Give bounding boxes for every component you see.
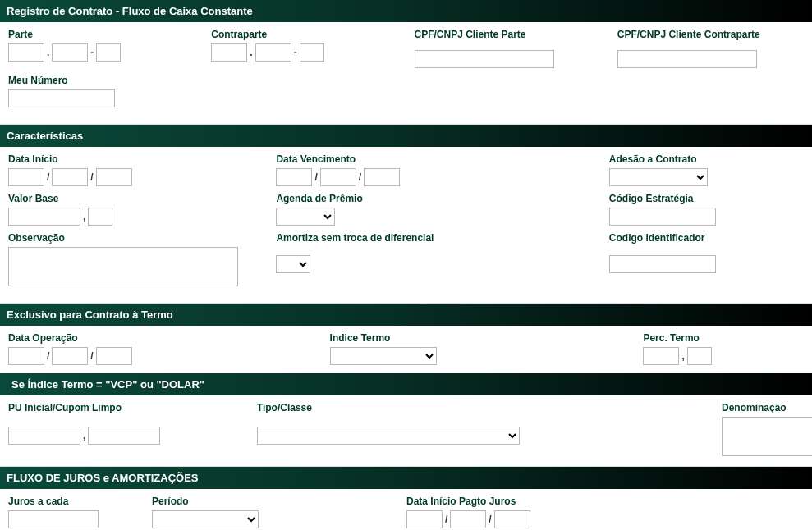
- label-denominacao: Denominação: [722, 402, 804, 413]
- label-data-operacao: Data Operação: [8, 332, 314, 344]
- denominacao-box[interactable]: [722, 417, 812, 456]
- parte-p2[interactable]: [52, 43, 88, 62]
- valor-base-int[interactable]: [8, 208, 80, 226]
- sep-slash: /: [314, 171, 317, 183]
- label-data-venc: Data Vencimento: [276, 153, 592, 165]
- label-codigo-ident: Codigo Identificador: [609, 232, 804, 244]
- data-operacao-y[interactable]: [96, 347, 132, 365]
- pu-inicial-dec[interactable]: [88, 427, 160, 445]
- label-juros-cada-1: Juros a cada: [8, 496, 135, 507]
- label-contraparte: Contraparte: [211, 29, 397, 40]
- agenda-premio-select[interactable]: [276, 208, 335, 226]
- sep-slash: /: [90, 171, 93, 183]
- codigo-ident-input[interactable]: [609, 255, 716, 273]
- sep-dot: .: [250, 47, 252, 58]
- data-inicio-m[interactable]: [52, 168, 88, 186]
- sep-slash: /: [47, 350, 49, 362]
- data-venc-m[interactable]: [320, 168, 356, 186]
- juros-cada-1-input[interactable]: [8, 510, 99, 528]
- pu-inicial-int[interactable]: [8, 427, 80, 445]
- label-cpf-contraparte: CPF/CNPJ Cliente Contraparte: [617, 29, 804, 40]
- sep-slash: /: [489, 514, 491, 525]
- label-codigo-estrategia: Código Estratégia: [609, 193, 804, 204]
- periodo-1-select[interactable]: [152, 510, 259, 528]
- header-caracteristicas: Características: [0, 125, 812, 147]
- sep-dot: .: [47, 47, 49, 58]
- header-main: Registro de Contrato - Fluxo de Caixa Co…: [0, 0, 812, 22]
- data-venc-y[interactable]: [364, 168, 400, 186]
- sep-comma: ,: [83, 430, 85, 441]
- label-parte: Parte: [8, 29, 195, 40]
- header-fluxo: FLUXO DE JUROS e AMORTIZAÇÕES: [0, 467, 812, 489]
- observacao-textarea[interactable]: [8, 247, 238, 286]
- cpf-parte-input[interactable]: [415, 50, 554, 68]
- perc-termo-int[interactable]: [643, 347, 679, 365]
- parte-p1[interactable]: [8, 43, 44, 62]
- perc-termo-dec[interactable]: [687, 347, 712, 365]
- sep-comma: ,: [681, 350, 684, 362]
- label-periodo-1: Período: [152, 496, 390, 507]
- data-pagto-juros-m[interactable]: [450, 510, 486, 528]
- sep-slash: /: [445, 514, 447, 525]
- valor-base-dec[interactable]: [88, 208, 112, 226]
- contraparte-p1[interactable]: [211, 43, 247, 62]
- label-observacao: Observação: [8, 232, 259, 244]
- section-indice-sub: PU Inicial/Cupom Limpo , Tipo/Classe Den…: [0, 395, 812, 467]
- label-data-pagto-juros: Data Início Pagto Juros: [406, 496, 542, 507]
- contraparte-p2[interactable]: [255, 43, 291, 62]
- data-inicio-d[interactable]: [8, 168, 44, 186]
- label-tipo-classe: Tipo/Classe: [257, 402, 705, 413]
- data-pagto-juros-y[interactable]: [494, 510, 530, 528]
- data-venc-d[interactable]: [276, 168, 312, 186]
- label-pu-inicial: PU Inicial/Cupom Limpo: [8, 402, 241, 413]
- parte-p3[interactable]: [96, 43, 121, 62]
- sep-slash: /: [90, 350, 93, 362]
- contraparte-p3[interactable]: [300, 43, 324, 62]
- header-exclusivo: Exclusivo para Contrato à Termo: [0, 304, 812, 326]
- codigo-estrategia-input[interactable]: [609, 208, 716, 226]
- label-cpf-parte: CPF/CNPJ Cliente Parte: [415, 29, 601, 40]
- section-caracteristicas: Data Início / / Data Vencimento / /: [0, 147, 812, 304]
- sep-comma: ,: [83, 211, 85, 222]
- adesao-select[interactable]: [609, 168, 708, 186]
- label-perc-termo: Perc. Termo: [643, 332, 804, 344]
- section-parties: Parte . - Contraparte . -: [0, 22, 812, 125]
- label-amortiza: Amortiza sem troca de diferencial: [276, 232, 592, 244]
- data-operacao-d[interactable]: [8, 347, 44, 365]
- label-valor-base: Valor Base: [8, 193, 259, 204]
- header-indice-sub: Se Índice Termo = "VCP" ou "DOLAR": [0, 373, 812, 395]
- label-agenda-premio: Agenda de Prêmio: [276, 193, 592, 204]
- amortiza-select[interactable]: [276, 255, 310, 273]
- label-adesao: Adesão a Contrato: [609, 153, 804, 165]
- section-fluxo: Juros a cada Período Data Início Pagto J…: [0, 489, 812, 530]
- data-pagto-juros-d[interactable]: [406, 510, 443, 528]
- cpf-contraparte-input[interactable]: [617, 50, 757, 68]
- data-operacao-m[interactable]: [52, 347, 88, 365]
- tipo-classe-select[interactable]: [257, 427, 520, 445]
- sep-dash: -: [90, 47, 94, 58]
- label-indice-termo: Indice Termo: [330, 332, 627, 344]
- label-data-inicio: Data Início: [8, 153, 259, 165]
- sep-slash: /: [359, 171, 361, 183]
- sep-slash: /: [47, 171, 49, 183]
- section-exclusivo: Data Operação / / Indice Termo Perc. Ter…: [0, 326, 812, 373]
- meu-numero-input[interactable]: [8, 89, 115, 107]
- sep-dash: -: [294, 47, 297, 58]
- data-inicio-y[interactable]: [96, 168, 132, 186]
- indice-termo-select[interactable]: [330, 347, 437, 365]
- label-meu-numero: Meu Número: [8, 75, 197, 86]
